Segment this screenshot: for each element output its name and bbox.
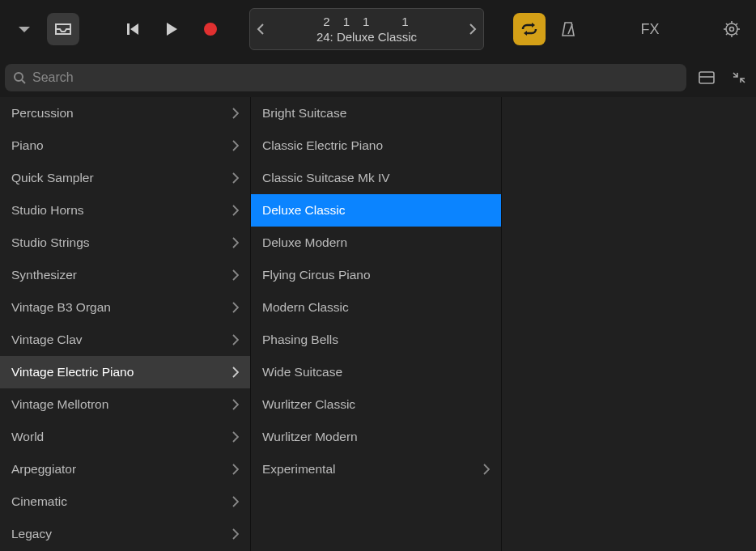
play-icon (165, 22, 178, 36)
chevron-right-icon (232, 431, 239, 443)
preset-label: Bright Suitcase (262, 106, 346, 121)
chevron-left-icon (257, 23, 265, 36)
skip-back-icon (125, 22, 140, 36)
category-item[interactable]: Vintage Clav (0, 324, 250, 356)
preset-item[interactable]: Bright Suitcase (251, 97, 501, 129)
category-item[interactable]: Cinematic (0, 485, 250, 518)
category-label: Piano (11, 138, 44, 153)
category-label: Vintage B3 Organ (11, 300, 111, 315)
search-box[interactable] (5, 64, 686, 91)
category-item[interactable]: Vintage B3 Organ (0, 291, 250, 324)
chevron-right-icon (232, 367, 239, 378)
category-item[interactable]: Vintage Electric Piano (0, 356, 250, 388)
settings-button[interactable] (716, 13, 748, 45)
lcd-display: 2 1 1 1 24: Deluxe Classic (249, 8, 484, 50)
preset-label: Classic Suitcase Mk IV (262, 171, 390, 185)
display-center[interactable]: 2 1 1 1 24: Deluxe Classic (271, 9, 462, 49)
chevron-right-icon (232, 399, 239, 410)
preset-item[interactable]: Flying Circus Piano (251, 259, 501, 291)
dropdown-button[interactable] (8, 13, 40, 45)
view-mode-button[interactable] (694, 66, 719, 90)
chevron-right-icon (232, 334, 239, 345)
inbox-icon (54, 22, 72, 36)
preset-label: Deluxe Modern (262, 235, 347, 250)
category-label: Cinematic (11, 494, 67, 509)
svg-line-11 (736, 23, 737, 25)
chevron-right-icon (469, 23, 477, 36)
preset-item[interactable]: Deluxe Classic (251, 194, 501, 227)
category-label: Legacy (11, 527, 52, 541)
prev-preset-button[interactable] (250, 9, 271, 49)
chevron-right-icon (232, 528, 239, 540)
category-item[interactable]: Piano (0, 129, 250, 162)
go-to-start-button[interactable] (117, 13, 149, 45)
category-item[interactable]: Quick Sampler (0, 162, 250, 194)
metronome-icon (561, 21, 575, 37)
preset-item[interactable]: Classic Electric Piano (251, 129, 501, 162)
chevron-right-icon (232, 302, 239, 313)
preset-label: Modern Classic (262, 300, 349, 315)
category-item[interactable]: Studio Horns (0, 194, 250, 227)
preset-column: Bright SuitcaseClassic Electric PianoCla… (251, 97, 502, 551)
top-toolbar: 2 1 1 1 24: Deluxe Classic FX (0, 0, 756, 58)
preset-label: Flying Circus Piano (262, 268, 371, 282)
svg-rect-0 (127, 23, 130, 35)
category-item[interactable]: World (0, 421, 250, 453)
preset-item[interactable]: Wurlitzer Classic (251, 388, 501, 421)
chevron-right-icon (232, 496, 239, 507)
category-item[interactable]: Vintage Mellotron (0, 388, 250, 421)
preset-label: Wide Suitcase (262, 365, 342, 379)
svg-point-13 (15, 73, 23, 81)
next-preset-button[interactable] (462, 9, 483, 49)
category-item[interactable]: Studio Strings (0, 227, 250, 259)
chevron-right-icon (232, 464, 239, 475)
record-button[interactable] (194, 13, 227, 45)
svg-line-10 (736, 33, 737, 35)
preset-item[interactable]: Wide Suitcase (251, 356, 501, 388)
svg-line-14 (22, 80, 25, 83)
collapse-button[interactable] (727, 66, 751, 90)
preset-label: Wurlitzer Modern (262, 430, 358, 444)
preset-label: Experimental (262, 462, 335, 477)
svg-point-3 (726, 23, 737, 35)
library-button[interactable] (47, 13, 79, 45)
metronome-button[interactable] (552, 13, 584, 45)
preset-browser: PercussionPianoQuick SamplerStudio Horns… (0, 97, 756, 551)
category-item[interactable]: Percussion (0, 97, 250, 129)
display-position: 2 1 1 1 (323, 15, 410, 28)
gear-icon (723, 20, 741, 38)
svg-point-1 (204, 23, 217, 36)
category-label: Vintage Clav (11, 333, 83, 347)
preset-item[interactable]: Deluxe Modern (251, 227, 501, 259)
category-label: Arpeggiator (11, 462, 76, 477)
preset-item[interactable]: Classic Suitcase Mk IV (251, 162, 501, 194)
category-label: Percussion (11, 106, 74, 121)
preset-item[interactable]: Phasing Bells (251, 324, 501, 356)
cycle-button[interactable] (513, 13, 546, 45)
category-column: PercussionPianoQuick SamplerStudio Horns… (0, 97, 251, 551)
category-item[interactable]: Arpeggiator (0, 453, 250, 485)
fx-button[interactable]: FX (641, 21, 660, 38)
category-label: Studio Strings (11, 235, 90, 250)
category-label: Synthesizer (11, 268, 77, 282)
search-input[interactable] (32, 70, 678, 85)
category-label: Studio Horns (11, 203, 84, 218)
chevron-right-icon (232, 237, 239, 248)
svg-line-9 (726, 23, 728, 25)
category-label: World (11, 430, 44, 444)
triangle-down-icon (17, 24, 32, 34)
preset-item[interactable]: Modern Classic (251, 291, 501, 324)
record-icon (203, 22, 218, 36)
detail-column (502, 97, 756, 551)
preset-label: Classic Electric Piano (262, 138, 383, 153)
preset-item[interactable]: Wurlitzer Modern (251, 421, 501, 453)
svg-rect-15 (699, 72, 714, 83)
category-item[interactable]: Synthesizer (0, 259, 250, 291)
search-icon (13, 71, 26, 84)
category-label: Vintage Electric Piano (11, 365, 134, 379)
category-item[interactable]: Legacy (0, 518, 250, 550)
preset-item[interactable]: Experimental (251, 453, 501, 485)
category-label: Vintage Mellotron (11, 397, 108, 412)
play-button[interactable] (155, 13, 188, 45)
svg-line-2 (568, 24, 572, 34)
